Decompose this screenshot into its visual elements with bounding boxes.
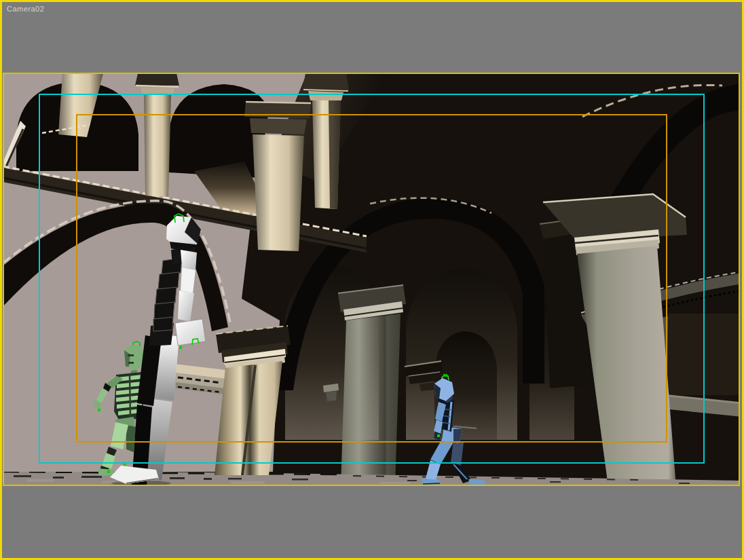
scene-3d-render xyxy=(4,74,739,485)
viewport-camera-label[interactable]: Camera02 xyxy=(7,5,44,13)
viewport-window: Camera02 xyxy=(0,0,744,560)
mid-column xyxy=(338,285,406,485)
camera-render-region[interactable] xyxy=(3,73,740,486)
